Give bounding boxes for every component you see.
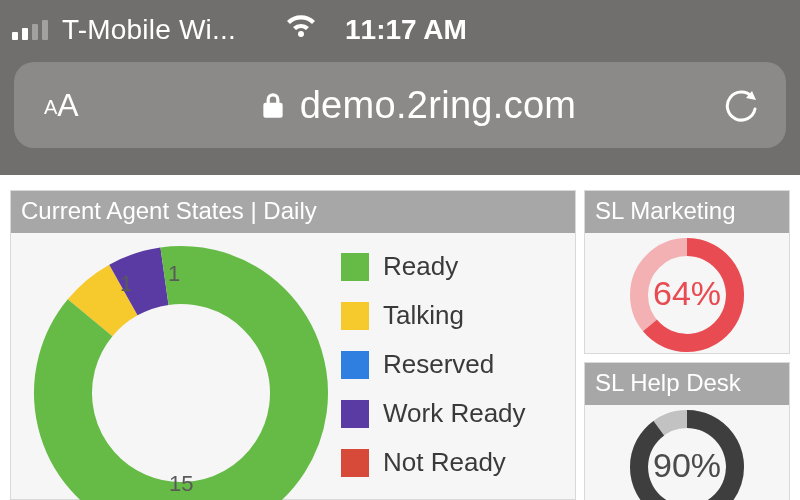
donut-value-ready: 15 <box>169 471 193 497</box>
gauge-value: 64% <box>653 274 721 313</box>
panel-title: Current Agent States | Daily <box>11 191 575 233</box>
sl-helpdesk-gauge: 90% <box>585 405 789 500</box>
sl-marketing-gauge: 64% <box>585 233 789 353</box>
sl-marketing-panel: SL Marketing 64% <box>584 190 790 354</box>
cell-signal-icon <box>12 20 48 40</box>
legend-swatch <box>341 253 369 281</box>
panel-title: SL Marketing <box>585 191 789 233</box>
donut-value-workready: 1 <box>168 261 180 287</box>
legend-item: Not Ready <box>341 447 575 478</box>
legend-swatch <box>341 351 369 379</box>
panel-title: SL Help Desk <box>585 363 789 405</box>
wifi-icon <box>284 14 318 49</box>
dashboard: Current Agent States | Daily 15 1 1 Read… <box>10 190 790 500</box>
legend-item: Talking <box>341 300 575 331</box>
legend-swatch <box>341 302 369 330</box>
address-bar[interactable]: AA demo.2ring.com <box>14 62 786 148</box>
legend-label: Work Ready <box>383 398 526 429</box>
legend-swatch <box>341 400 369 428</box>
donut-value-talking: 1 <box>120 271 132 297</box>
carrier-label: T-Mobile Wi... <box>62 14 236 46</box>
url-display[interactable]: demo.2ring.com <box>114 84 722 127</box>
sl-helpdesk-panel: SL Help Desk 90% <box>584 362 790 500</box>
legend-swatch <box>341 449 369 477</box>
legend-label: Ready <box>383 251 458 282</box>
url-text: demo.2ring.com <box>300 84 577 127</box>
gauge-value: 90% <box>653 446 721 485</box>
legend-item: Reserved <box>341 349 575 380</box>
agent-states-donut: 15 1 1 <box>11 233 341 500</box>
reload-button[interactable] <box>722 87 786 123</box>
legend-item: Ready <box>341 251 575 282</box>
lock-icon <box>260 90 286 120</box>
browser-chrome: T-Mobile Wi... 11:17 AM AA demo.2ring.co… <box>0 0 800 175</box>
legend-item: Work Ready <box>341 398 575 429</box>
status-bar: T-Mobile Wi... 11:17 AM <box>0 8 800 48</box>
legend: ReadyTalkingReservedWork ReadyNot Ready <box>341 233 575 500</box>
legend-label: Reserved <box>383 349 494 380</box>
legend-label: Talking <box>383 300 464 331</box>
clock-label: 11:17 AM <box>345 14 467 46</box>
agent-states-panel: Current Agent States | Daily 15 1 1 Read… <box>10 190 576 500</box>
legend-label: Not Ready <box>383 447 506 478</box>
text-size-button[interactable]: AA <box>14 87 114 124</box>
